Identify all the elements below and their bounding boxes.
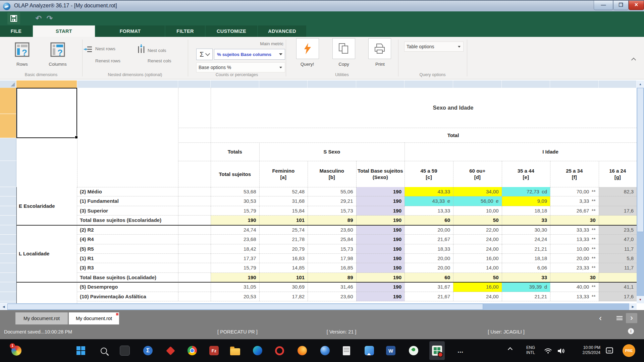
data-cell[interactable]: 13,33 ** — [550, 235, 599, 244]
console-icon[interactable] — [117, 341, 132, 360]
column-header[interactable]: Feminino[a] — [259, 161, 308, 187]
data-cell[interactable]: 190 — [356, 263, 405, 273]
data-cell[interactable]: 190 — [356, 187, 405, 196]
data-cell[interactable]: 190 — [356, 244, 405, 254]
row-header-cell[interactable] — [0, 282, 16, 292]
data-cell[interactable]: 40,00 ** — [550, 282, 599, 292]
data-cell[interactable]: 21,78 — [259, 235, 308, 244]
olap-analyzer-icon[interactable] — [429, 341, 445, 360]
opera-icon[interactable] — [272, 341, 287, 360]
data-cell[interactable]: 25,84 — [308, 235, 356, 244]
data-cell[interactable]: 20,00 — [405, 225, 453, 235]
data-cell[interactable]: 23,68 — [211, 235, 259, 244]
data-cell[interactable]: 31,67 — [405, 282, 453, 292]
ribbon-tab-start[interactable]: START — [33, 25, 95, 37]
data-cell[interactable]: 15,73 — [308, 244, 356, 254]
query-button[interactable] — [296, 38, 319, 59]
data-cell[interactable]: 50 — [453, 216, 502, 225]
column-header-cell[interactable] — [453, 80, 502, 88]
data-cell[interactable]: 24,00 — [453, 235, 502, 244]
row-header-cell[interactable] — [0, 263, 16, 273]
data-cell[interactable]: 89 — [308, 216, 356, 225]
column-group-header-total[interactable]: Total — [259, 128, 644, 142]
speaker-icon[interactable] — [557, 348, 565, 355]
word-icon[interactable]: W — [383, 341, 398, 360]
data-cell[interactable]: 60 — [405, 273, 453, 282]
column-header[interactable]: Masculino[b] — [308, 161, 356, 187]
data-cell[interactable]: 17,6 — [599, 206, 637, 216]
data-cell[interactable]: 43,33 e — [405, 196, 453, 206]
column-header[interactable]: 60 ou+[d] — [453, 161, 502, 187]
data-cell[interactable]: 23,5 — [599, 225, 637, 235]
dimension-label[interactable]: L Localidade — [16, 225, 77, 283]
column-header-cell[interactable] — [356, 80, 405, 88]
close-button[interactable]: × — [629, 1, 644, 10]
chrome-icon[interactable] — [184, 341, 200, 360]
column-group-header-totals[interactable]: Totals — [211, 142, 259, 161]
column-header[interactable]: 45 a 59[c] — [405, 161, 453, 187]
row-label[interactable]: Total Base sujeitos (Escolaridade) — [77, 216, 178, 225]
data-cell[interactable]: 21,67 — [405, 235, 453, 244]
renest-rows-button[interactable]: Renest rows — [95, 58, 120, 63]
scroll-up-arrow[interactable]: ▲ — [637, 80, 644, 88]
data-cell[interactable]: 31,05 — [211, 282, 259, 292]
data-cell[interactable]: 15,73 — [308, 206, 356, 216]
status-info-button[interactable]: i — [628, 328, 634, 334]
data-cell[interactable]: 18,18 — [502, 254, 550, 263]
data-cell[interactable]: 50 — [453, 273, 502, 282]
data-cell[interactable]: 190 — [211, 216, 259, 225]
vertical-scroll-thumb[interactable] — [637, 88, 644, 232]
horizontal-scroll-thumb[interactable] — [7, 304, 483, 310]
row-label-gap-cell[interactable] — [178, 273, 211, 282]
data-cell[interactable]: 190 — [356, 254, 405, 263]
data-cell[interactable]: 30,30 — [502, 225, 550, 235]
data-cell[interactable]: 3,33 ** — [550, 196, 599, 206]
row-label-gap-cell[interactable] — [178, 292, 211, 301]
data-cell[interactable]: 23,33 ** — [550, 263, 599, 273]
data-cell[interactable]: 33 — [502, 273, 550, 282]
document-tab-1[interactable]: My document.rot — [69, 312, 119, 324]
select-all-corner[interactable] — [0, 80, 16, 88]
data-cell[interactable]: 20,00 — [405, 263, 453, 273]
row-label[interactable]: (1) R1 — [77, 254, 178, 263]
wifi-icon[interactable] — [544, 348, 552, 355]
data-cell[interactable]: 34,00 — [453, 187, 502, 196]
data-cell[interactable]: 31,68 — [259, 196, 308, 206]
data-cell[interactable]: 5,8 — [599, 254, 637, 263]
data-cell[interactable]: 190 — [356, 206, 405, 216]
sigma-selector[interactable]: Σ — [196, 49, 213, 60]
data-cell[interactable]: 13,33 ** — [550, 292, 599, 301]
data-cell[interactable]: 190 — [356, 273, 405, 282]
data-cell[interactable]: 30 — [550, 273, 599, 282]
photos-icon[interactable] — [362, 341, 377, 360]
selection-handle[interactable] — [75, 136, 78, 139]
data-cell[interactable]: 56,00 e — [453, 196, 502, 206]
data-cell[interactable]: 16,00 — [453, 254, 502, 263]
data-cell[interactable]: 89 — [308, 273, 356, 282]
print-button[interactable] — [368, 38, 391, 59]
data-cell[interactable]: 6,06 — [502, 263, 550, 273]
data-cell[interactable]: 17,82 — [259, 292, 308, 301]
row-label[interactable]: (10) Pavimentação Asfáltica — [77, 292, 178, 301]
data-cell[interactable]: 23,60 — [308, 292, 356, 301]
firefox-icon[interactable] — [294, 341, 310, 360]
selected-cell[interactable] — [16, 88, 77, 138]
row-label-gap-cell[interactable] — [178, 187, 211, 196]
notes-icon[interactable] — [339, 341, 354, 360]
data-cell[interactable]: 20,79 — [259, 244, 308, 254]
data-cell[interactable]: 53,68 — [211, 187, 259, 196]
data-cell[interactable]: 47,0 — [599, 235, 637, 244]
row-header-cell[interactable] — [0, 138, 16, 161]
row-header-cell[interactable] — [0, 292, 16, 301]
data-cell[interactable]: 16,83 — [259, 254, 308, 263]
row-label[interactable]: (5) Desemprego — [77, 282, 178, 292]
data-cell[interactable]: 31,46 — [308, 282, 356, 292]
row-header-cell[interactable] — [0, 206, 16, 216]
ribbon-tab-advanced[interactable]: ADVANCED — [258, 25, 306, 37]
data-cell[interactable] — [599, 196, 637, 206]
row-label[interactable]: (5) R5 — [77, 244, 178, 254]
data-cell[interactable]: 15,79 — [211, 263, 259, 273]
data-cell[interactable]: 18,18 — [502, 206, 550, 216]
column-header-cell[interactable] — [405, 80, 453, 88]
row-label-gap-cell[interactable] — [178, 263, 211, 273]
